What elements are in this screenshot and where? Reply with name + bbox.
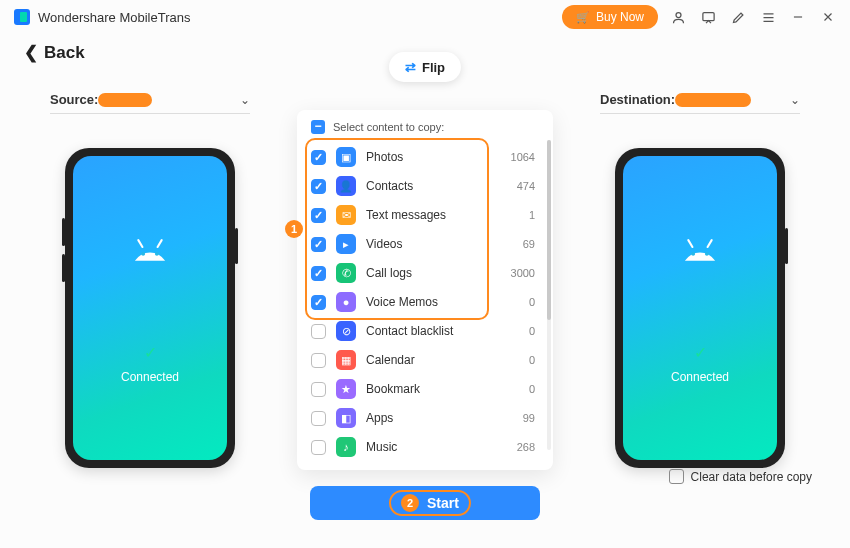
row-checkbox[interactable] — [311, 150, 326, 165]
check-icon: ✓ — [140, 342, 160, 362]
content-row-voice-memos[interactable]: ●Voice Memos0 — [307, 288, 547, 316]
row-label: Apps — [366, 411, 393, 425]
app-title: Wondershare MobileTrans — [38, 10, 190, 25]
content-row-calendar[interactable]: ▦Calendar0 — [307, 346, 547, 374]
app-logo — [14, 9, 30, 25]
chevron-left-icon: ❮ — [24, 42, 38, 63]
back-label: Back — [44, 43, 85, 63]
panel-title: Select content to copy: — [333, 121, 444, 133]
row-icon: ▣ — [336, 147, 356, 167]
row-label: Contact blacklist — [366, 324, 453, 338]
row-label: Music — [366, 440, 397, 454]
row-count: 99 — [523, 412, 535, 424]
source-selector[interactable]: Source: ⌄ — [50, 92, 250, 114]
svg-rect-1 — [702, 12, 713, 20]
row-label: Text messages — [366, 208, 446, 222]
buy-now-label: Buy Now — [596, 10, 644, 24]
row-checkbox[interactable] — [311, 382, 326, 397]
chevron-down-icon: ⌄ — [790, 93, 800, 107]
row-label: Videos — [366, 237, 402, 251]
destination-selector[interactable]: Destination: ⌄ — [600, 92, 800, 114]
source-phone: ✓ Connected — [65, 148, 235, 468]
svg-point-7 — [705, 252, 709, 256]
check-icon: ✓ — [690, 342, 710, 362]
content-row-call-logs[interactable]: ✆Call logs3000 — [307, 259, 547, 287]
row-count: 0 — [529, 325, 535, 337]
row-label: Contacts — [366, 179, 413, 193]
content-row-apps[interactable]: ◧Apps99 — [307, 404, 547, 432]
row-checkbox[interactable] — [311, 324, 326, 339]
flip-label: Flip — [422, 60, 445, 75]
row-checkbox[interactable] — [311, 411, 326, 426]
row-icon: 👤 — [336, 176, 356, 196]
feedback-icon[interactable] — [700, 9, 716, 25]
svg-point-0 — [676, 12, 681, 17]
row-checkbox[interactable] — [311, 266, 326, 281]
content-row-videos[interactable]: ▸Videos69 — [307, 230, 547, 258]
content-row-contacts[interactable]: 👤Contacts474 — [307, 172, 547, 200]
row-count: 3000 — [511, 267, 535, 279]
start-button[interactable]: 2 Start — [310, 486, 540, 520]
row-count: 0 — [529, 383, 535, 395]
svg-point-2 — [141, 252, 145, 256]
content-row-bookmark[interactable]: ★Bookmark0 — [307, 375, 547, 403]
select-all-checkbox[interactable] — [311, 120, 325, 134]
content-row-photos[interactable]: ▣Photos1064 — [307, 143, 547, 171]
flip-button[interactable]: ⇄ Flip — [389, 52, 461, 82]
menu-icon[interactable] — [760, 9, 776, 25]
svg-line-8 — [688, 240, 692, 247]
source-status: Connected — [121, 370, 179, 384]
svg-line-9 — [708, 240, 712, 247]
start-label: Start — [427, 495, 459, 511]
buy-now-button[interactable]: 🛒 Buy Now — [562, 5, 658, 29]
row-count: 1064 — [511, 151, 535, 163]
row-checkbox[interactable] — [311, 295, 326, 310]
row-label: Bookmark — [366, 382, 420, 396]
row-label: Call logs — [366, 266, 412, 280]
svg-point-6 — [691, 252, 695, 256]
checkbox-icon — [669, 469, 684, 484]
row-count: 474 — [517, 180, 535, 192]
destination-label: Destination: — [600, 92, 675, 107]
row-icon: ◧ — [336, 408, 356, 428]
content-row-text-messages[interactable]: ✉Text messages1 — [307, 201, 547, 229]
destination-phone: ✓ Connected — [615, 148, 785, 468]
chevron-down-icon: ⌄ — [240, 93, 250, 107]
row-label: Voice Memos — [366, 295, 438, 309]
row-label: Photos — [366, 150, 403, 164]
row-checkbox[interactable] — [311, 179, 326, 194]
content-row-contact-blacklist[interactable]: ⊘Contact blacklist0 — [307, 317, 547, 345]
row-checkbox[interactable] — [311, 440, 326, 455]
row-count: 1 — [529, 209, 535, 221]
content-panel: Select content to copy: ▣Photos1064👤Cont… — [297, 110, 553, 470]
content-row-music[interactable]: ♪Music268 — [307, 433, 547, 461]
row-icon: ✆ — [336, 263, 356, 283]
close-button[interactable] — [820, 9, 836, 25]
source-label: Source: — [50, 92, 98, 107]
minimize-button[interactable] — [790, 9, 806, 25]
account-icon[interactable] — [670, 9, 686, 25]
row-checkbox[interactable] — [311, 237, 326, 252]
row-count: 268 — [517, 441, 535, 453]
swap-icon: ⇄ — [405, 60, 416, 75]
clear-data-checkbox[interactable]: Clear data before copy — [669, 469, 812, 484]
cart-icon: 🛒 — [576, 11, 590, 24]
row-icon: ● — [336, 292, 356, 312]
row-icon: ⊘ — [336, 321, 356, 341]
edit-icon[interactable] — [730, 9, 746, 25]
scrollbar-thumb[interactable] — [547, 140, 551, 320]
destination-device-redacted — [675, 93, 751, 107]
callout-2-badge: 2 — [401, 494, 419, 512]
svg-line-5 — [158, 240, 162, 247]
row-checkbox[interactable] — [311, 353, 326, 368]
destination-status: Connected — [671, 370, 729, 384]
android-icon — [678, 232, 722, 262]
row-label: Calendar — [366, 353, 415, 367]
row-count: 0 — [529, 354, 535, 366]
scrollbar[interactable] — [547, 140, 551, 450]
source-device-redacted — [98, 93, 152, 107]
row-count: 69 — [523, 238, 535, 250]
row-icon: ♪ — [336, 437, 356, 457]
row-checkbox[interactable] — [311, 208, 326, 223]
row-icon: ★ — [336, 379, 356, 399]
